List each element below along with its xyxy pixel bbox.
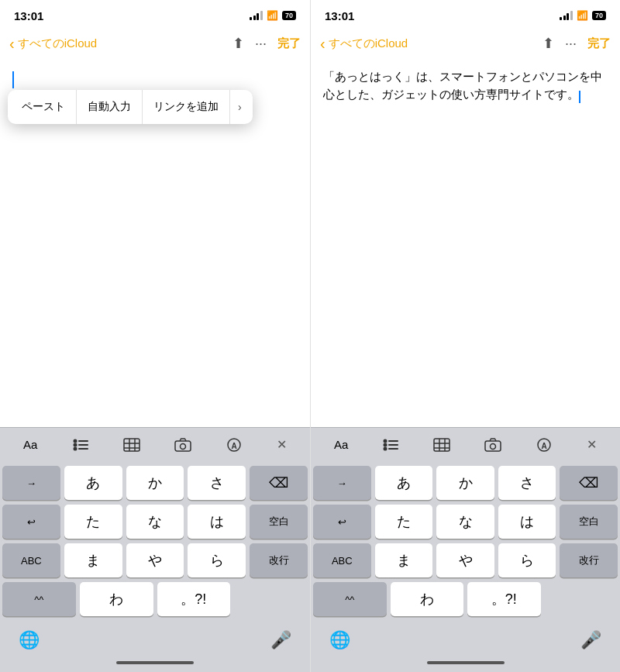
status-icons-left: 📶 70 (250, 10, 296, 21)
back-arrow-left[interactable]: ‹ (9, 35, 15, 53)
home-bar-right (427, 661, 505, 664)
kb-arrow-right[interactable]: → (313, 466, 371, 500)
kb-ka-right[interactable]: か (436, 466, 494, 500)
kb-enter-right[interactable]: 改行 (560, 543, 618, 577)
kb-space-left[interactable]: 空白 (250, 505, 308, 539)
status-bar-left: 13:01 📶 70 (0, 0, 310, 28)
kb-row1-right: → あ か さ ⌫ (313, 466, 618, 500)
battery-left: 70 (282, 11, 296, 20)
kb-row3-left: ABC ま や ら 改行 (2, 543, 308, 577)
toolbar-close-right[interactable]: ✕ (579, 434, 604, 455)
kb-punct-left[interactable]: 。?! (157, 582, 231, 616)
toolbar-format-right[interactable] (374, 435, 407, 455)
context-menu[interactable]: ペースト 自動入力 リンクを追加 › (8, 90, 253, 124)
kb-ma-right[interactable]: ま (375, 543, 433, 577)
kb-arrow-left[interactable]: → (2, 466, 60, 500)
kb-ha-left[interactable]: は (188, 505, 246, 539)
more-icon-right[interactable]: ··· (565, 36, 577, 52)
kb-ha-right[interactable]: は (498, 505, 556, 539)
toolbar-markup-left[interactable]: A (218, 435, 250, 455)
kb-undo-left[interactable]: ↩ (2, 505, 60, 539)
kb-sa-left[interactable]: さ (188, 466, 246, 500)
kb-a-right[interactable]: あ (375, 466, 433, 500)
toolbar-markup-right[interactable]: A (528, 435, 560, 455)
toolbar-camera-right[interactable] (477, 435, 509, 455)
status-bar-right: 13:01 📶 70 (311, 0, 620, 28)
back-text-right[interactable]: すべてのiCloud (329, 36, 408, 51)
done-button-left[interactable]: 完了 (277, 36, 301, 51)
context-more-chevron[interactable]: › (230, 101, 250, 113)
context-auto-input[interactable]: 自動入力 (77, 90, 143, 124)
done-button-right[interactable]: 完了 (587, 36, 611, 51)
svg-text:A: A (231, 441, 236, 450)
kb-abc-right[interactable]: ABC (313, 543, 371, 577)
mic-icon-right[interactable]: 🎤 (580, 630, 601, 650)
nav-left-right[interactable]: ‹ すべてのiCloud (320, 35, 408, 53)
toolbar-table-left[interactable] (115, 435, 148, 455)
kb-spacer-right (545, 582, 618, 616)
kb-enter-left[interactable]: 改行 (250, 543, 308, 577)
nav-left-left[interactable]: ‹ すべてのiCloud (9, 35, 97, 53)
svg-point-12 (180, 443, 185, 449)
context-paste[interactable]: ペースト (11, 90, 77, 124)
more-icon-left[interactable]: ··· (255, 36, 267, 52)
signal-icon-right (560, 11, 573, 20)
kb-undo-right[interactable]: ↩ (313, 505, 371, 539)
share-icon-right[interactable]: ⬆ (542, 35, 554, 52)
nav-bar-right: ‹ すべてのiCloud ⬆ ··· 完了 (311, 28, 620, 62)
kb-ra-right[interactable]: ら (498, 543, 556, 577)
share-icon-left[interactable]: ⬆ (232, 35, 244, 52)
toolbar-aa-left[interactable]: Aa (16, 435, 45, 454)
kb-spacer-left (234, 582, 308, 616)
kb-row4-left: ^^ わ 。?! (2, 582, 308, 616)
kb-na-left[interactable]: な (126, 505, 184, 539)
mic-icon-left[interactable]: 🎤 (270, 630, 291, 650)
back-arrow-right[interactable]: ‹ (320, 35, 326, 53)
signal-icon-left (250, 11, 263, 20)
svg-text:A: A (541, 441, 546, 450)
toolbar-table-right[interactable] (425, 435, 458, 455)
home-indicator-right (311, 656, 620, 672)
notes-content-right[interactable]: 「あっとはっく」は、スマートフォンとパソコンを中心とした、ガジェットの使い方専門… (311, 62, 620, 427)
kb-wa-right[interactable]: わ (391, 582, 464, 616)
kb-ma-left[interactable]: ま (64, 543, 122, 577)
globe-icon-right[interactable]: 🌐 (329, 630, 350, 650)
kb-space-right[interactable]: 空白 (560, 505, 618, 539)
kb-ya-left[interactable]: や (126, 543, 184, 577)
text-cursor-left (12, 71, 14, 88)
kb-ra-left[interactable]: ら (188, 543, 246, 577)
kb-sa-right[interactable]: さ (498, 466, 556, 500)
kb-abc-left[interactable]: ABC (2, 543, 60, 577)
wifi-icon-left: 📶 (267, 10, 278, 21)
kb-ya-right[interactable]: や (436, 543, 494, 577)
kb-wa-left[interactable]: わ (80, 582, 153, 616)
svg-point-4 (73, 446, 77, 450)
context-add-link[interactable]: リンクを追加 (143, 90, 230, 124)
kb-na-right[interactable]: な (436, 505, 494, 539)
kb-row2-left: ↩ た な は 空白 (2, 505, 308, 539)
kb-punct-right[interactable]: 。?! (467, 582, 541, 616)
kb-row1-left: → あ か さ ⌫ (2, 466, 308, 500)
kb-ta-right[interactable]: た (375, 505, 433, 539)
toolbar-camera-left[interactable] (167, 435, 199, 455)
kb-a-left[interactable]: あ (64, 466, 122, 500)
bottom-bar-left: 🌐 🎤 (0, 621, 310, 656)
kb-kana-right[interactable]: ^^ (313, 582, 387, 616)
toolbar-close-left[interactable]: ✕ (269, 434, 294, 455)
kb-delete-right[interactable]: ⌫ (560, 466, 618, 500)
home-indicator-left (0, 656, 310, 672)
wifi-icon-right: 📶 (577, 10, 588, 21)
kb-ka-left[interactable]: か (126, 466, 184, 500)
globe-icon-left[interactable]: 🌐 (19, 630, 40, 650)
toolbar-aa-right[interactable]: Aa (326, 435, 356, 454)
status-time-right: 13:01 (325, 9, 354, 22)
status-time-left: 13:01 (14, 9, 43, 22)
notes-content-left[interactable]: ペースト 自動入力 リンクを追加 › (0, 62, 310, 427)
kb-delete-left[interactable]: ⌫ (250, 466, 308, 500)
svg-point-27 (491, 443, 496, 449)
kb-kana-left[interactable]: ^^ (2, 582, 76, 616)
kb-ta-left[interactable]: た (64, 505, 122, 539)
battery-right: 70 (592, 11, 606, 20)
back-text-left[interactable]: すべてのiCloud (18, 36, 98, 51)
toolbar-format-left[interactable] (64, 435, 97, 455)
